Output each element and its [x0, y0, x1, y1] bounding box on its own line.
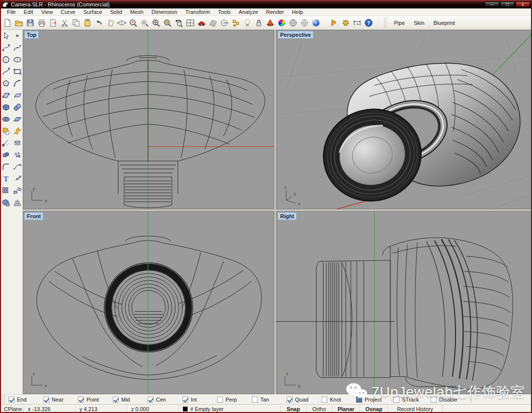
menu-help[interactable]: Help — [288, 8, 307, 16]
export-icon[interactable] — [47, 17, 59, 29]
minimize-button[interactable]: — — [485, 1, 499, 7]
viewport-perspective-label[interactable]: Perspective — [278, 31, 313, 39]
menu-tools[interactable]: Tools — [214, 8, 235, 16]
menu-transform[interactable]: Transform — [181, 8, 214, 16]
menu-render[interactable]: Render — [262, 8, 288, 16]
osnap-point[interactable]: Point — [78, 397, 113, 403]
osnap-end[interactable]: End — [8, 397, 43, 403]
cut-icon[interactable] — [59, 17, 70, 29]
zoom-selected-icon[interactable] — [161, 17, 173, 29]
mesh-tools-icon[interactable] — [207, 17, 219, 29]
set-cplane-icon[interactable] — [219, 17, 230, 29]
split-icon[interactable] — [11, 137, 23, 149]
point-cloud-icon[interactable] — [11, 149, 23, 161]
explode-icon[interactable] — [11, 125, 23, 137]
options-gear-icon[interactable] — [340, 17, 351, 29]
front-view-canvas[interactable] — [23, 211, 274, 394]
zoom-extents-icon[interactable] — [150, 17, 161, 29]
single-point-icon[interactable] — [11, 30, 23, 42]
curve-tools-icon[interactable] — [0, 66, 11, 78]
rectangle-icon[interactable] — [11, 66, 23, 78]
viewport-layout-icon[interactable] — [184, 17, 196, 29]
move-car-icon[interactable] — [196, 17, 207, 29]
osnap-int[interactable]: Int — [182, 397, 217, 403]
osnap-project[interactable]: Project — [356, 397, 393, 403]
flag-cursor-icon[interactable] — [328, 17, 340, 29]
blend-curve-icon[interactable] — [11, 161, 23, 173]
osnap-near[interactable]: Near — [43, 397, 78, 403]
pan-hand-icon[interactable] — [104, 17, 116, 29]
render-icon[interactable] — [264, 17, 276, 29]
color-wheel-icon[interactable] — [276, 17, 287, 29]
lamp-icon[interactable] — [241, 17, 253, 29]
undo-icon[interactable] — [93, 17, 104, 29]
osnap-knot[interactable]: Knot — [321, 397, 356, 403]
osnap-tan[interactable]: Tan — [252, 397, 287, 403]
new-file-icon[interactable] — [1, 17, 13, 29]
perspective-view-canvas[interactable] — [276, 30, 532, 209]
open-file-icon[interactable] — [13, 17, 24, 29]
print-icon[interactable] — [36, 17, 47, 29]
menu-analyze[interactable]: Analyze — [234, 8, 262, 16]
viewport-front-label[interactable]: Front — [24, 212, 43, 220]
polygon-icon[interactable] — [0, 78, 11, 89]
paste-icon[interactable] — [81, 17, 93, 29]
plane-surface-icon[interactable] — [11, 113, 23, 125]
boolean-union-icon[interactable] — [0, 149, 11, 161]
control-point-curve-icon[interactable] — [0, 42, 11, 54]
box-icon[interactable] — [0, 101, 11, 113]
boolean-tools-icon[interactable] — [0, 125, 11, 137]
menu-file[interactable]: File — [3, 8, 20, 16]
surface-from-curves-icon[interactable] — [11, 89, 23, 101]
osnap-toggle[interactable]: Osnap — [360, 405, 388, 413]
pipe-button[interactable]: Pipe — [389, 18, 409, 28]
torus-icon[interactable] — [0, 113, 11, 125]
snap-toggle[interactable]: Snap — [281, 405, 306, 413]
viewport-perspective[interactable]: Perspective — [276, 30, 532, 209]
menu-view[interactable]: View — [37, 8, 57, 16]
skin-button[interactable]: Skin — [409, 18, 429, 28]
zoom-window-icon[interactable] — [139, 17, 150, 29]
help-icon[interactable]: ? — [363, 17, 374, 29]
osnap-mid[interactable]: Mid — [113, 397, 148, 403]
copy-icon[interactable] — [70, 17, 81, 29]
menu-edit[interactable]: Edit — [20, 8, 37, 16]
osnap-strack[interactable]: STrack — [393, 397, 431, 403]
text-icon[interactable]: T — [0, 173, 11, 185]
lock-icon[interactable] — [253, 17, 264, 29]
zoom-dynamic-icon[interactable] — [127, 17, 139, 29]
cplane-pane[interactable]: CPlane — [0, 405, 24, 413]
menu-curve[interactable]: Curve — [57, 8, 79, 16]
patch-surface-icon[interactable] — [0, 89, 11, 101]
viewport-top[interactable]: Top — [23, 30, 274, 209]
orient-icon[interactable] — [11, 185, 23, 197]
viewport-front[interactable]: Front — [23, 211, 274, 394]
solid-tools-icon[interactable] — [0, 197, 11, 209]
blueprint-button[interactable]: Blueprint — [429, 18, 459, 28]
toolbar-grip[interactable] — [384, 18, 386, 28]
osnap-grip[interactable] — [2, 396, 5, 403]
select-icon[interactable] — [0, 30, 11, 42]
edit-points-icon[interactable] — [11, 173, 23, 185]
save-icon[interactable] — [24, 17, 36, 29]
maximize-button[interactable]: □ — [500, 1, 515, 7]
fillet-curve-icon[interactable] — [0, 161, 11, 173]
rendered-viewport-icon[interactable] — [310, 17, 321, 29]
osnap-perp[interactable]: Perp — [217, 397, 252, 403]
menu-mesh[interactable]: Mesh — [126, 8, 148, 16]
layer-pane[interactable]: # Empty layer — [179, 405, 281, 413]
undo-view-icon[interactable] — [173, 17, 184, 29]
group-icon[interactable] — [230, 17, 241, 29]
menu-surface[interactable]: Surface — [79, 8, 106, 16]
extrude-icon[interactable] — [11, 197, 23, 209]
viewport-right[interactable]: Right — [276, 211, 532, 394]
viewport-right-label[interactable]: Right — [278, 212, 297, 220]
menu-solid[interactable]: Solid — [106, 8, 126, 16]
rotate-view-icon[interactable] — [116, 17, 127, 29]
dimensions-icon[interactable] — [351, 17, 363, 29]
osnap-disable[interactable]: Disable — [431, 397, 468, 403]
ellipse-icon[interactable] — [11, 54, 23, 66]
menu-dimension[interactable]: Dimension — [148, 8, 181, 16]
right-view-canvas[interactable] — [276, 211, 532, 394]
record-history-toggle[interactable]: Record History — [388, 405, 443, 413]
